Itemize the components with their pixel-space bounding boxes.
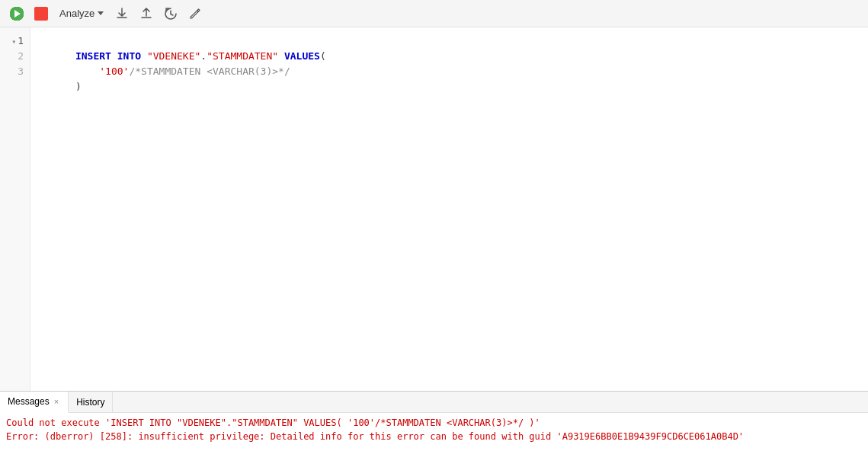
tab-messages-label: Messages [8,396,50,407]
export-button[interactable] [136,3,157,24]
fold-indicator-1[interactable]: ▾ [11,34,16,50]
error-message-2: Error: (dberror) [258]: insufficient pri… [6,430,862,443]
line-number-2: 2 [11,49,30,64]
line-numbers: ▾1 2 3 [0,27,30,391]
stop-icon [34,7,48,21]
error-message-1: Could not execute 'INSERT INTO "VDENEKE"… [6,416,862,430]
tab-messages[interactable]: Messages × [0,392,69,413]
code-editor[interactable]: INSERT INTO "VDENEKE"."STAMMDATEN" VALUE… [30,27,868,391]
line-number-1: ▾1 [5,34,30,49]
editor-container: ▾1 2 3 INSERT INTO "VDENEKE"."STAMMDATEN… [0,27,868,391]
tab-messages-close[interactable]: × [53,397,60,406]
tab-history-label: History [76,397,104,408]
run-icon [8,5,25,22]
edit-icon [188,7,202,21]
line-number-3: 3 [11,64,30,79]
bottom-panel: Messages × History Could not execute 'IN… [0,391,868,467]
tab-history[interactable]: History [69,392,113,413]
stop-button[interactable] [30,3,52,24]
export-icon [139,7,153,21]
messages-content: Could not execute 'INSERT INTO "VDENEKE"… [0,413,868,467]
keyword-insert: INSERT INTO [75,50,141,62]
run-button[interactable] [6,3,27,24]
edit-button[interactable] [184,3,206,24]
analyze-label: Analyze [59,8,94,19]
history-icon [164,7,178,21]
code-line-1: INSERT INTO "VDENEKE"."STAMMDATEN" VALUE… [40,34,859,49]
tabs-bar: Messages × History [0,392,868,413]
import-icon [115,7,129,21]
chevron-down-icon [98,11,104,15]
analyze-dropdown[interactable]: Analyze [55,5,108,21]
import-button[interactable] [111,3,133,24]
toolbar: Analyze [0,0,868,27]
history-button[interactable] [160,3,181,24]
